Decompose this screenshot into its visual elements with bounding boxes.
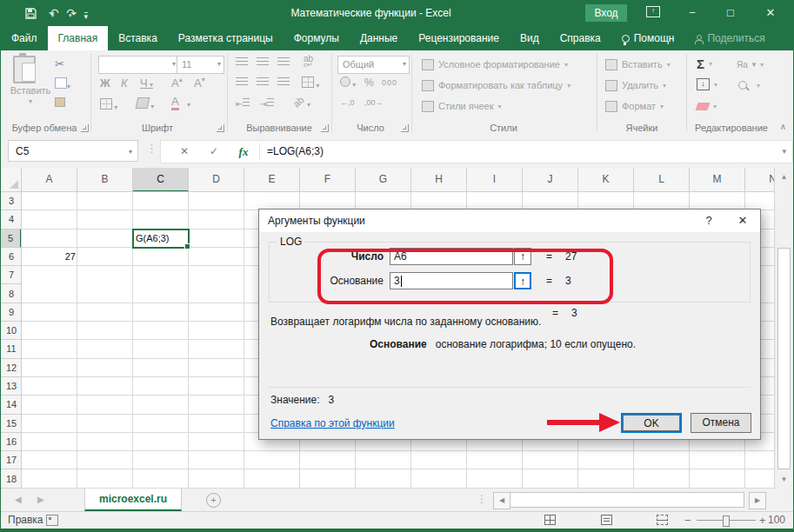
cells-item-0[interactable]: Вставить▾ — [605, 56, 671, 73]
confirm-entry-icon[interactable]: ✓ — [201, 141, 227, 163]
name-box[interactable]: C5▾ — [8, 140, 138, 162]
redo-icon[interactable]: ↷▾ — [66, 4, 71, 24]
macro-record-icon[interactable] — [46, 515, 58, 526]
dialog-close-icon[interactable]: ✕ — [729, 209, 757, 232]
grow-font-button[interactable]: А▴ — [171, 76, 183, 90]
undo-icon[interactable]: ↶▾ — [49, 4, 54, 24]
formula-input[interactable]: =LOG(A6;3) — [267, 141, 324, 163]
column-header-D[interactable]: D — [189, 168, 244, 191]
close-icon[interactable]: ✕ — [756, 0, 785, 26]
tab-рецензирование[interactable]: Рецензирование — [408, 26, 510, 50]
maximize-icon[interactable]: □ — [716, 0, 745, 26]
row-header-4[interactable]: 4 — [1, 210, 22, 229]
decrease-indent-icon[interactable]: ⇤ — [236, 98, 250, 109]
row-header-9[interactable]: 9 — [1, 303, 22, 322]
column-header-G[interactable]: G — [356, 168, 411, 191]
clear-button[interactable]: ▾ — [697, 97, 717, 115]
next-sheet-icon[interactable]: ▶ — [37, 489, 44, 511]
column-header-J[interactable]: J — [523, 168, 578, 191]
insert-function-icon[interactable]: fx — [230, 141, 257, 163]
function-help-link[interactable]: Справка по этой функции — [270, 417, 395, 429]
copy-icon[interactable]: ▾ — [55, 77, 70, 90]
wrap-text-icon[interactable]: abc↵ — [304, 54, 313, 69]
zoom-out-icon[interactable]: − — [684, 512, 691, 529]
tab-помощн[interactable]: Помощн — [611, 26, 685, 50]
cells-item-2[interactable]: Формат▾ — [605, 97, 664, 115]
row-header-3[interactable]: 3 — [1, 192, 22, 210]
cell-A6[interactable]: 27 — [22, 248, 77, 266]
fill-color-button[interactable]: ▾ — [137, 97, 154, 110]
underline-button[interactable]: Ч ▾ — [140, 76, 153, 90]
page-layout-view-icon[interactable] — [601, 515, 612, 525]
font-size-combo[interactable]: 11▾ — [177, 56, 224, 74]
comma-style-icon[interactable]: 000 — [382, 78, 397, 87]
styles-item-1[interactable]: Форматировать как таблицу▾ — [422, 76, 570, 94]
autosum-button[interactable]: Σ▾ — [697, 55, 712, 72]
row-header-12[interactable]: 12 — [1, 359, 22, 377]
number-format-combo[interactable]: Общий▾ — [337, 56, 410, 74]
font-dialog-launcher-icon[interactable] — [217, 124, 224, 132]
column-header-F[interactable]: F — [300, 168, 356, 191]
scroll-up-icon[interactable]: ▲ — [775, 173, 793, 181]
save-icon[interactable] — [25, 6, 37, 23]
vertical-scrollbar[interactable]: ▲ ▼ — [774, 168, 793, 489]
dialog-help-icon[interactable]: ? — [696, 209, 722, 232]
alignment-dialog-launcher-icon[interactable] — [321, 124, 329, 132]
format-painter-icon[interactable] — [55, 97, 65, 109]
column-header-N[interactable]: N — [745, 168, 775, 191]
column-header-H[interactable]: H — [411, 168, 467, 191]
active-cell-C5[interactable]: G(A6;3) — [132, 229, 190, 249]
select-all-corner[interactable] — [1, 168, 22, 192]
column-header-M[interactable]: M — [690, 168, 745, 191]
customize-qat-icon[interactable]: ▾ — [84, 12, 89, 20]
collapse-dialog-icon[interactable]: ↑ — [514, 248, 531, 265]
minimize-icon[interactable]: − — [677, 0, 707, 26]
row-header-6[interactable]: 6 — [1, 248, 22, 266]
italic-button[interactable]: К — [121, 76, 128, 90]
fill-handle[interactable] — [184, 243, 190, 249]
styles-item-0[interactable]: Условное форматирование▾ — [422, 56, 568, 73]
percent-style-icon[interactable]: % — [364, 76, 374, 89]
accounting-format-icon[interactable]: ▾ — [340, 76, 356, 89]
collapse-dialog-icon[interactable]: ↑ — [514, 272, 531, 289]
find-select-button[interactable]: ▾ — [738, 76, 760, 94]
tab-вставка[interactable]: Вставка — [108, 26, 168, 50]
bold-button[interactable]: Ж — [100, 76, 110, 90]
vertical-scroll-thumb[interactable] — [777, 248, 791, 469]
tab-вид[interactable]: Вид — [510, 26, 550, 50]
styles-item-2[interactable]: Стили ячеек▾ — [422, 97, 502, 115]
sort-filter-button[interactable]: Яа▾▾ — [737, 56, 764, 73]
align-center-icon[interactable] — [257, 77, 269, 88]
row-header-13[interactable]: 13 — [1, 377, 22, 396]
cells-item-1[interactable]: Удалить▾ — [605, 76, 666, 94]
column-header-L[interactable]: L — [634, 168, 690, 191]
row-header-17[interactable]: 17 — [1, 451, 22, 469]
tab-главная[interactable]: Главная — [48, 26, 109, 50]
cut-icon[interactable]: ✂ — [55, 57, 64, 70]
new-sheet-icon[interactable]: + — [206, 493, 221, 508]
align-right-icon[interactable] — [277, 77, 290, 88]
row-header-16[interactable]: 16 — [1, 433, 22, 451]
cancel-button[interactable]: Отмена — [691, 413, 751, 433]
page-break-view-icon[interactable] — [657, 515, 668, 525]
fill-button[interactable]: ↓▾ — [697, 76, 717, 93]
orientation-icon[interactable]: ab — [291, 94, 306, 109]
column-header-B[interactable]: B — [77, 168, 133, 191]
increase-decimal-icon[interactable]: ←,0 — [340, 98, 355, 107]
column-header-E[interactable]: E — [244, 168, 300, 191]
normal-view-icon[interactable] — [544, 515, 556, 525]
row-header-8[interactable]: 8 — [1, 285, 22, 303]
merge-center-icon[interactable]: ▾ — [302, 76, 319, 90]
align-middle-icon[interactable] — [257, 57, 269, 68]
column-header-C[interactable]: C — [133, 168, 189, 192]
row-header-11[interactable]: 11 — [1, 340, 22, 358]
row-header-14[interactable]: 14 — [1, 396, 22, 414]
font-color-button[interactable]: А — [171, 96, 179, 110]
row-header-18[interactable]: 18 — [1, 470, 22, 489]
tab-справка[interactable]: Справка — [550, 26, 611, 50]
tab-file[interactable]: Файл — [1, 26, 48, 50]
tab-формулы[interactable]: Формулы — [284, 26, 350, 50]
row-header-15[interactable]: 15 — [1, 415, 22, 433]
column-header-K[interactable]: K — [578, 168, 634, 191]
zoom-slider[interactable] — [723, 515, 730, 527]
